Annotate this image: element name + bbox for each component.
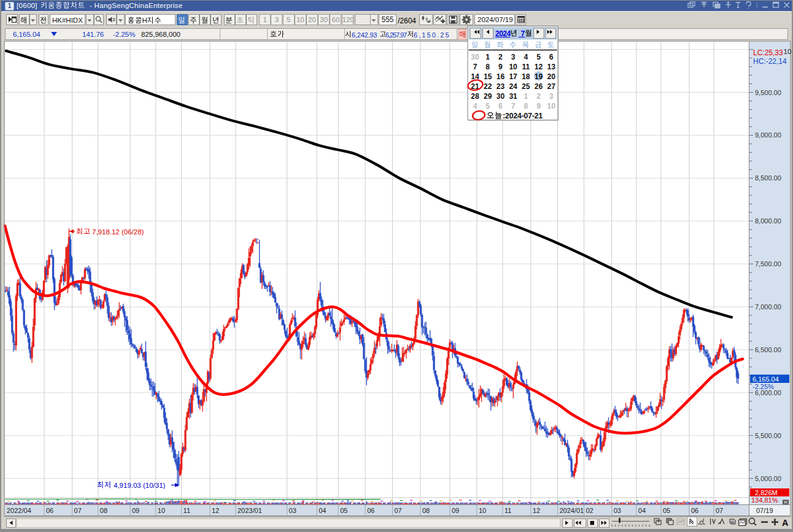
svg-text:7,000.00: 7,000.00 xyxy=(755,303,781,310)
svg-text:7,918.12 (06/28): 7,918.12 (06/28) xyxy=(92,228,144,236)
svg-text:22: 22 xyxy=(484,82,492,91)
svg-text:2023/01: 2023/01 xyxy=(238,507,262,514)
svg-text:9,500.00: 9,500.00 xyxy=(755,89,781,96)
svg-text:8: 8 xyxy=(485,63,490,71)
svg-text:9: 9 xyxy=(536,102,541,110)
svg-text:03: 03 xyxy=(289,507,296,514)
svg-text:06: 06 xyxy=(46,507,53,514)
svg-text:7: 7 xyxy=(511,102,516,110)
svg-text:11: 11 xyxy=(184,507,190,514)
svg-text:25: 25 xyxy=(522,82,530,91)
svg-text:LC:25,33: LC:25,33 xyxy=(753,48,783,57)
svg-text:3: 3 xyxy=(511,53,516,61)
svg-text:18: 18 xyxy=(522,72,530,81)
svg-text:11: 11 xyxy=(522,63,530,71)
svg-text:5: 5 xyxy=(536,53,541,61)
svg-text:29: 29 xyxy=(484,92,492,101)
svg-text::2024-07-21: :2024-07-21 xyxy=(503,112,543,120)
svg-text:12: 12 xyxy=(535,63,543,71)
svg-text:6,500.00: 6,500.00 xyxy=(755,346,781,353)
svg-text:08: 08 xyxy=(100,507,107,514)
svg-text:03: 03 xyxy=(614,507,621,514)
svg-text:3: 3 xyxy=(549,92,554,101)
svg-text:9: 9 xyxy=(498,63,503,71)
svg-text:1: 1 xyxy=(524,92,528,101)
svg-text:6: 6 xyxy=(549,53,554,61)
svg-text:10: 10 xyxy=(784,48,792,55)
svg-text:12: 12 xyxy=(533,507,540,514)
svg-text:5,500.00: 5,500.00 xyxy=(755,432,781,439)
svg-text:07: 07 xyxy=(716,507,723,514)
svg-text:2: 2 xyxy=(536,92,541,101)
svg-text:19: 19 xyxy=(535,72,543,81)
svg-text:06: 06 xyxy=(367,507,374,514)
svg-text:8,500.00: 8,500.00 xyxy=(755,174,781,182)
svg-text:5: 5 xyxy=(485,102,490,110)
svg-text:09: 09 xyxy=(452,507,459,514)
svg-text:05: 05 xyxy=(340,507,347,514)
svg-text:16: 16 xyxy=(497,72,505,81)
svg-text:04: 04 xyxy=(638,507,646,514)
svg-text:6,000.00: 6,000.00 xyxy=(755,389,781,396)
svg-text:A: A xyxy=(782,518,789,528)
svg-text:05: 05 xyxy=(663,507,670,514)
svg-text:7: 7 xyxy=(473,63,478,71)
svg-text:24: 24 xyxy=(509,82,517,91)
svg-text:1: 1 xyxy=(485,53,490,61)
svg-text:30: 30 xyxy=(471,53,479,61)
svg-text:15: 15 xyxy=(484,72,492,81)
svg-text:2022/04: 2022/04 xyxy=(7,507,31,514)
svg-text:4: 4 xyxy=(524,53,528,61)
svg-text:13: 13 xyxy=(547,63,556,71)
svg-text:9,000.00: 9,000.00 xyxy=(755,131,781,139)
svg-text:8: 8 xyxy=(524,102,528,110)
svg-text:07/19: 07/19 xyxy=(756,507,773,514)
svg-text:6: 6 xyxy=(498,102,503,110)
svg-text:2,826M: 2,826M xyxy=(755,489,778,496)
svg-text:6,165.04: 6,165.04 xyxy=(752,376,779,383)
svg-text:31: 31 xyxy=(509,92,517,101)
svg-text:8,000.00: 8,000.00 xyxy=(755,217,781,225)
svg-text:07: 07 xyxy=(394,507,401,514)
svg-text:10: 10 xyxy=(158,507,165,514)
svg-text:02: 02 xyxy=(586,507,593,514)
svg-text:06: 06 xyxy=(691,507,698,514)
svg-text:17: 17 xyxy=(509,72,517,81)
svg-text:20: 20 xyxy=(547,72,556,81)
svg-text:04: 04 xyxy=(319,507,326,514)
svg-text:4,919.03 (10/31): 4,919.03 (10/31) xyxy=(114,482,166,489)
svg-text:09: 09 xyxy=(132,507,139,514)
svg-text:HC:-22,14: HC:-22,14 xyxy=(753,57,787,66)
svg-text:30: 30 xyxy=(497,92,505,101)
svg-text:-2.25%: -2.25% xyxy=(752,383,774,390)
svg-text:7: 7 xyxy=(521,29,525,38)
svg-text:23: 23 xyxy=(497,82,505,91)
svg-text:2024: 2024 xyxy=(495,29,511,38)
svg-text:26: 26 xyxy=(535,82,543,91)
svg-text:27: 27 xyxy=(547,82,556,91)
svg-text:4: 4 xyxy=(473,102,478,110)
svg-text:2: 2 xyxy=(498,53,503,61)
svg-text:08: 08 xyxy=(422,507,430,514)
svg-text:2024/01: 2024/01 xyxy=(559,507,584,514)
svg-text:7,500.00: 7,500.00 xyxy=(755,260,781,268)
svg-text:12: 12 xyxy=(212,507,219,514)
svg-text:28: 28 xyxy=(471,92,479,101)
svg-text:134,81%: 134,81% xyxy=(751,496,778,504)
svg-text:10: 10 xyxy=(547,102,556,110)
svg-text:11: 11 xyxy=(505,507,511,514)
svg-text:10: 10 xyxy=(479,507,486,514)
svg-text:10: 10 xyxy=(509,63,517,71)
svg-text:07: 07 xyxy=(74,507,82,514)
svg-text:H: H xyxy=(142,17,147,24)
svg-text:5,000.00: 5,000.00 xyxy=(755,475,781,482)
